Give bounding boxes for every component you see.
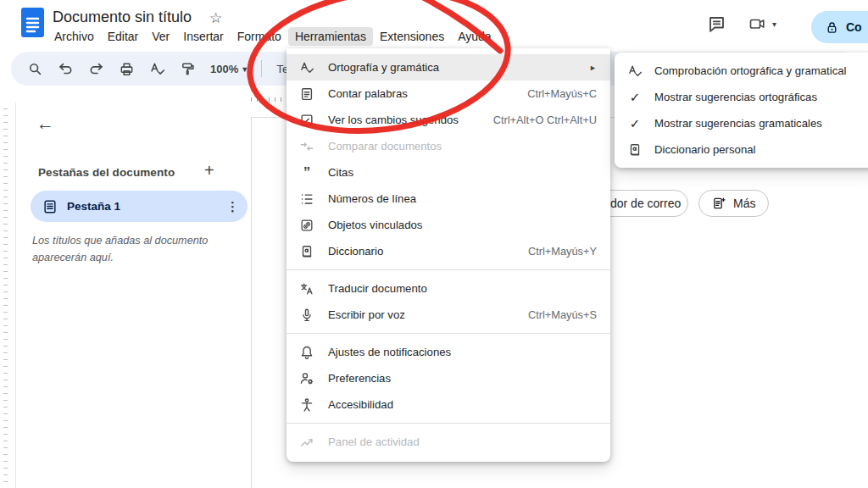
zoom-caret-icon: ▾ [242, 64, 247, 74]
check-icon: ✓ [626, 90, 643, 105]
zoom-value: 100% [210, 63, 238, 75]
menu-item-preferencias[interactable]: Preferencias [287, 365, 610, 391]
more-templates-chip-label: Más [733, 197, 755, 210]
menu-item-comparar-documentos: Comparar documentos [287, 133, 610, 159]
word-count-icon [298, 86, 315, 102]
email-draft-chip-label: dor de correo [610, 197, 681, 210]
more-templates-chip[interactable]: Más [698, 190, 769, 217]
video-dropdown-caret-icon[interactable]: ▾ [772, 19, 776, 29]
dictionary-icon [626, 142, 643, 158]
dictionary-icon [298, 244, 315, 259]
tab-options-kebab-icon[interactable]: ⋮ [226, 199, 239, 214]
activity-icon [298, 435, 315, 450]
menubar-insertar[interactable]: Insertar [176, 27, 230, 46]
menu-separator [287, 269, 610, 270]
suggested-edits-icon [298, 113, 315, 128]
menubar-extensiones[interactable]: Extensiones [373, 27, 451, 46]
video-call-button[interactable]: ▾ [748, 15, 776, 32]
person-gear-icon [298, 371, 315, 386]
redo-icon[interactable] [88, 61, 104, 77]
tab-label: Pestaña 1 [67, 200, 120, 213]
submenu-arrow-icon: ► [589, 64, 597, 72]
paint-format-icon[interactable] [180, 61, 196, 77]
menu-item-escribir-por-voz[interactable]: Escribir por voz Ctrl+Mayús+S [287, 302, 610, 328]
bell-icon [298, 345, 315, 360]
menubar-ver[interactable]: Ver [145, 27, 176, 46]
menubar-archivo[interactable]: Archivo [47, 27, 101, 46]
star-icon[interactable]: ☆ [209, 9, 222, 27]
document-tabs-panel: ← Pestañas del documento + Pestaña 1 ⋮ L… [16, 100, 251, 488]
menu-item-objetos-vinculados[interactable]: Objetos vinculados [287, 212, 610, 238]
menu-item-ajustes-de-notificaciones[interactable]: Ajustes de notificaciones [287, 339, 610, 365]
tabs-panel-heading: Pestañas del documento [38, 166, 175, 179]
check-icon: ✓ [626, 116, 643, 131]
menu-item-accesibilidad[interactable]: Accesibilidad [287, 391, 610, 418]
spellcheck-icon [626, 64, 643, 79]
menu-item-traducir-documento[interactable]: Traducir documento [287, 275, 610, 302]
tools-menu: Ortografía y gramática ► Contar palabras… [287, 48, 610, 462]
submenu-item-sugerencias-ortograficas[interactable]: ✓ Mostrar sugerencias ortográficas [615, 84, 868, 110]
menu-item-citas[interactable]: ” Citas [287, 159, 610, 186]
menubar-herramientas[interactable]: Herramientas [288, 27, 373, 46]
tab-item-pestana-1[interactable]: Pestaña 1 ⋮ [31, 191, 248, 222]
share-button[interactable]: Co [811, 11, 868, 43]
document-plus-icon [712, 197, 726, 210]
menu-item-ortografia-y-gramatica[interactable]: Ortografía y gramática ► [287, 54, 610, 80]
spellcheck-icon[interactable] [149, 61, 165, 77]
add-tab-button[interactable]: + [204, 161, 214, 180]
tab-document-icon [42, 199, 58, 214]
undo-icon[interactable] [58, 61, 74, 77]
menu-item-diccionario[interactable]: Diccionario Ctrl+Mayús+Y [287, 238, 610, 264]
mic-icon [298, 308, 315, 323]
translate-icon [298, 281, 315, 297]
menubar: Archivo Editar Ver Insertar Formato Herr… [47, 27, 498, 46]
menubar-formato[interactable]: Formato [231, 27, 288, 46]
submenu-item-comprobacion[interactable]: Comprobación ortográfica y gramatical [615, 58, 868, 84]
quote-icon: ” [298, 169, 315, 177]
vertical-ruler [3, 108, 8, 485]
spellcheck-icon [298, 60, 315, 75]
zoom-select[interactable]: 100% ▾ [210, 63, 247, 75]
horizontal-ruler-label: 2 [253, 86, 258, 96]
menubar-editar[interactable]: Editar [101, 27, 146, 46]
header-bar: Documento sin título ☆ Archivo Editar Ve… [0, 0, 868, 47]
menu-item-contar-palabras[interactable]: Contar palabras Ctrl+Mayús+C [287, 80, 610, 107]
line-numbers-icon [298, 191, 315, 207]
close-panel-arrow-icon[interactable]: ← [36, 114, 54, 134]
print-icon[interactable] [119, 61, 135, 77]
linked-objects-icon [298, 218, 315, 233]
google-docs-logo-icon[interactable] [21, 8, 44, 37]
menu-item-numeros-de-linea[interactable]: Números de línea [287, 186, 610, 212]
tabs-panel-hint: Los títulos que añadas al documento apar… [32, 233, 234, 266]
comments-button[interactable] [707, 14, 726, 34]
lock-icon [825, 20, 839, 35]
search-icon[interactable] [27, 61, 43, 77]
horizontal-ruler [251, 97, 288, 102]
menubar-ayuda[interactable]: Ayuda [451, 27, 498, 46]
spelling-grammar-submenu: Comprobación ortográfica y gramatical ✓ … [615, 53, 868, 168]
toolbar-divider [261, 60, 262, 77]
menu-item-panel-de-actividad: Panel de actividad [287, 429, 610, 455]
menu-item-ver-cambios-sugeridos[interactable]: Ver los cambios sugeridos Ctrl+Alt+O Ctr… [287, 107, 610, 133]
share-button-label: Co [846, 20, 862, 34]
submenu-item-diccionario-personal[interactable]: Diccionario personal [615, 136, 868, 163]
menu-separator [287, 423, 610, 424]
accessibility-icon [298, 397, 315, 413]
compare-docs-icon [298, 139, 315, 154]
submenu-item-sugerencias-gramaticales[interactable]: ✓ Mostrar sugerencias gramaticales [615, 110, 868, 136]
menu-separator [287, 333, 610, 334]
document-title[interactable]: Documento sin título [53, 8, 192, 26]
